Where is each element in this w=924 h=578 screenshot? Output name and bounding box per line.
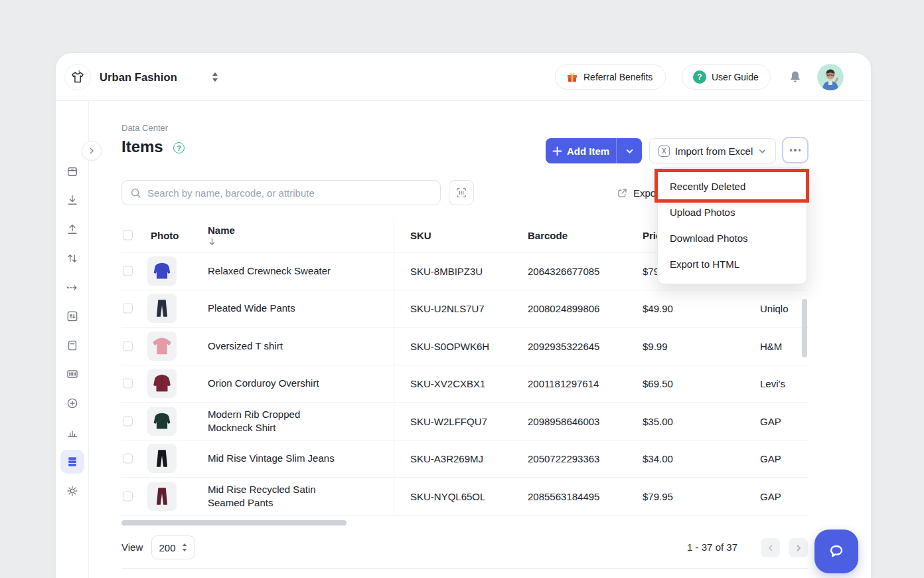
item-name: Modern Rib Cropped Mockneck Shirt [208, 408, 300, 435]
excel-file-icon: X [658, 145, 670, 157]
add-item-main[interactable]: Add Item [546, 138, 617, 163]
row-checkbox[interactable] [123, 304, 133, 314]
referral-benefits-label: Referral Benefits [583, 72, 653, 82]
sidebar-item-add-circle[interactable] [64, 395, 80, 411]
sort-desc-icon[interactable] [208, 237, 239, 246]
item-price: $69.50 [643, 378, 673, 389]
notifications-bell-icon[interactable] [787, 69, 803, 85]
products-icon [66, 165, 79, 178]
item-price: $49.90 [643, 303, 673, 314]
sidebar-item-products[interactable] [64, 163, 80, 179]
chevron-down-icon [758, 147, 767, 155]
item-barcode: 2085563184495 [528, 490, 599, 502]
menu-item-download-photos[interactable]: Download Photos [658, 225, 807, 251]
column-header-name[interactable]: Name [208, 225, 239, 246]
sidebar-item-upload[interactable] [64, 221, 80, 237]
column-header-photo[interactable]: Photo [151, 229, 179, 241]
chevron-down-icon [625, 147, 634, 155]
import-excel-label: Import from Excel [675, 145, 753, 157]
add-item-label: Add Item [567, 145, 609, 157]
table-row[interactable]: Mid Rise Vintage Slim Jeans SKU-A3R269MJ… [121, 440, 808, 478]
barcode-icon [66, 367, 79, 381]
pagination-range: 1 - 37 of 37 [687, 541, 737, 553]
product-photo [147, 369, 177, 398]
product-photo [147, 444, 177, 473]
select-all-checkbox[interactable] [123, 230, 133, 240]
more-actions-button[interactable] [782, 137, 809, 163]
footer-divider [121, 568, 809, 569]
item-sku: SKU-W2LFFQU7 [410, 415, 487, 427]
brand-logo[interactable] [64, 64, 91, 90]
item-sku: SKU-S0OPWK6H [410, 340, 489, 351]
workspace-name[interactable]: Urban Fashion [100, 53, 177, 101]
menu-item-recently-deleted[interactable]: Recently Deleted [658, 173, 807, 199]
sidebar-item-data-center[interactable] [60, 450, 84, 474]
row-checkbox[interactable] [123, 379, 133, 389]
sidebar-nav [56, 101, 89, 578]
item-vendor: GAP [760, 415, 781, 427]
product-photo [147, 407, 177, 436]
add-item-dropdown-toggle[interactable] [617, 138, 642, 163]
add-item-button[interactable]: Add Item [546, 138, 642, 163]
column-header-sku[interactable]: SKU [410, 229, 431, 241]
transfer-icon [66, 252, 79, 265]
table-row[interactable]: Orion Corduroy Overshirt SKU-XV2CXBX1 20… [121, 365, 808, 403]
item-sku: SKU-A3R269MJ [410, 453, 483, 464]
sidebar-item-settings-gear[interactable] [64, 483, 80, 499]
previous-page-button[interactable] [761, 538, 780, 557]
next-page-button[interactable] [789, 538, 808, 557]
referral-benefits-button[interactable]: Referral Benefits [555, 64, 666, 90]
row-checkbox[interactable] [123, 491, 133, 501]
table-row[interactable]: Modern Rib Cropped Mockneck Shirt SKU-W2… [121, 403, 808, 440]
export-button[interactable]: Export [617, 183, 662, 202]
row-checkbox[interactable] [123, 454, 133, 464]
topbar: Urban Fashion Referral Benefits [56, 53, 871, 101]
items-help-icon[interactable]: ? [173, 142, 185, 153]
workspace-switcher-icon[interactable] [211, 70, 219, 84]
user-avatar[interactable] [817, 64, 844, 90]
sidebar-item-download[interactable] [64, 192, 80, 208]
import-from-excel-button[interactable]: X Import from Excel [649, 138, 776, 163]
item-name: Mid Rise Recycled Satin Seamed Pants [208, 483, 316, 510]
table-row[interactable]: Mid Rise Recycled Satin Seamed Pants SKU… [121, 478, 808, 516]
row-checkbox[interactable] [123, 416, 133, 426]
row-checkbox[interactable] [123, 341, 133, 351]
sidebar-item-document[interactable] [64, 337, 80, 353]
gift-icon [566, 71, 578, 83]
item-barcode: 2001181297614 [528, 378, 599, 389]
download-icon [66, 193, 79, 207]
chevron-right-icon [795, 544, 803, 552]
sidebar-item-dispatch-arrow[interactable] [64, 280, 80, 296]
sidebar-item-analytics[interactable] [64, 425, 80, 440]
menu-item-upload-photos[interactable]: Upload Photos [658, 199, 807, 225]
page-size-value: 200 [159, 542, 175, 553]
item-name: Oversized T shirt [208, 339, 283, 353]
horizontal-scrollbar-thumb[interactable] [121, 520, 346, 526]
column-header-barcode[interactable]: Barcode [528, 229, 568, 241]
item-price: $79.95 [643, 490, 673, 502]
menu-item-export-to-html[interactable]: Export to HTML [658, 251, 807, 277]
sidebar-item-stock-adjust[interactable] [64, 308, 80, 324]
page-size-select[interactable]: 200 [151, 535, 195, 559]
product-photo [147, 294, 177, 323]
item-barcode: 2050722293363 [528, 453, 599, 464]
screen: Urban Fashion Referral Benefits [0, 0, 924, 578]
table-row[interactable]: Oversized T shirt SKU-S0OPWK6H 209293532… [121, 328, 808, 365]
more-actions-menu: Recently DeletedUpload PhotosDownload Ph… [657, 167, 807, 284]
sidebar-item-barcode[interactable] [64, 366, 80, 382]
sidebar-item-transfer[interactable] [64, 250, 80, 266]
sidebar-expand-button[interactable] [82, 141, 102, 161]
row-checkbox[interactable] [123, 266, 133, 276]
live-chat-button[interactable] [814, 530, 858, 573]
barcode-scan-button[interactable] [449, 180, 474, 205]
item-sku: SKU-8MBIPZ3U [410, 265, 483, 276]
item-sku: SKU-NYQL65OL [410, 490, 485, 502]
table-row[interactable]: Pleated Wide Pants SKU-U2NLS7U7 20080248… [121, 290, 808, 328]
add-circle-icon [66, 397, 79, 410]
vertical-scrollbar-thumb[interactable] [802, 299, 807, 357]
item-name: Mid Rise Vintage Slim Jeans [208, 452, 335, 465]
user-guide-label: User Guide [712, 72, 759, 82]
search-input[interactable] [147, 187, 432, 199]
user-guide-button[interactable]: ? User Guide [682, 64, 771, 90]
upload-icon [66, 223, 79, 236]
